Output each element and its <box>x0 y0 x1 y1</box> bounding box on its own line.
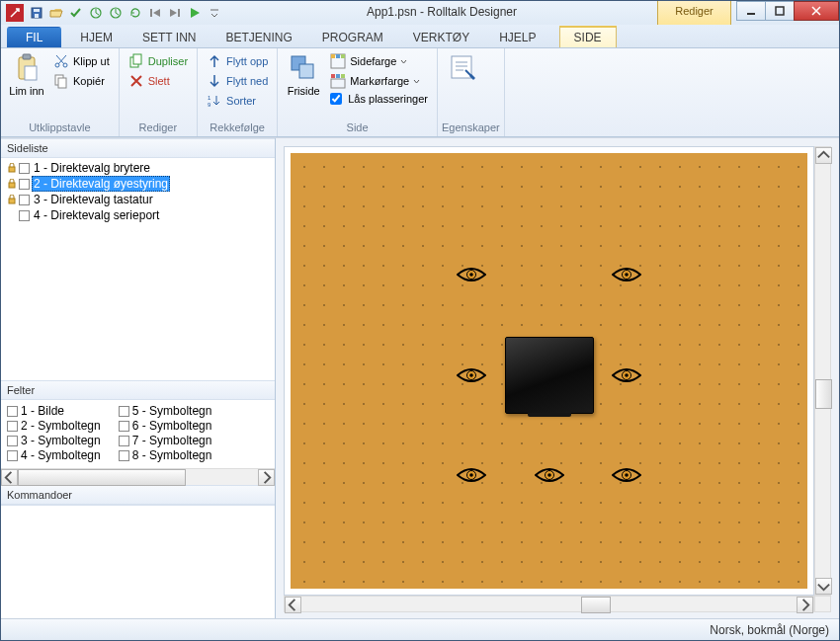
field-icon <box>119 421 129 432</box>
qat-open-icon[interactable] <box>46 3 66 23</box>
flytt-opp-button[interactable]: Flytt opp <box>204 52 271 70</box>
felter-item[interactable]: 3 - Symboltegn <box>7 434 101 447</box>
field-icon <box>119 450 129 461</box>
kopier-button[interactable]: Kopiér <box>50 72 113 90</box>
tab-betjening[interactable]: BETJENING <box>210 27 306 47</box>
lim-inn-button[interactable]: Lim inn <box>5 50 48 99</box>
qat-clock1-icon[interactable] <box>86 3 106 23</box>
svg-rect-7 <box>747 13 755 15</box>
monitor-image[interactable] <box>505 337 594 414</box>
las-plasseringer-checkbox[interactable]: Lås plasseringer <box>327 92 431 106</box>
scroll-right-button[interactable] <box>258 469 275 486</box>
friside-button[interactable]: Friside <box>282 50 325 99</box>
contextual-tab-header: Rediger <box>657 1 731 25</box>
group-label-rekkefolge: Rekkefølge <box>202 120 273 136</box>
qat-refresh-icon[interactable] <box>126 3 145 23</box>
eye-icon[interactable] <box>612 366 641 384</box>
svg-point-45 <box>547 474 551 478</box>
tree-row[interactable]: 3 - Direktevalg tastatur <box>1 192 275 207</box>
field-icon <box>7 450 18 461</box>
qat-save-icon[interactable] <box>27 3 46 23</box>
slett-button[interactable]: Slett <box>126 72 191 90</box>
qat-dropdown-icon[interactable] <box>205 3 224 23</box>
egenskaper-button[interactable] <box>442 50 485 99</box>
field-icon <box>7 421 18 432</box>
canvas-hscrollbar[interactable] <box>284 596 814 612</box>
scroll-left-button[interactable] <box>1 469 18 486</box>
dupliser-button[interactable]: Dupliser <box>126 52 191 70</box>
page-icon <box>19 179 30 190</box>
tab-hjelp[interactable]: HJELP <box>484 27 550 47</box>
group-utklippstavle: Lim inn Klipp ut Kopiér Utklippstavle <box>1 48 120 136</box>
felter-item[interactable]: 8 - Symboltegn <box>119 448 212 462</box>
scroll-right-button[interactable] <box>797 597 813 613</box>
sideliste-tree[interactable]: 1 - Direktevalg brytere 2 - Direktevalg … <box>1 158 275 380</box>
svg-rect-2 <box>35 14 39 18</box>
workspace: Sideliste 1 - Direktevalg brytere 2 - Di… <box>1 137 839 618</box>
sidefarge-button[interactable]: Sidefarge <box>327 52 431 70</box>
tab-fil[interactable]: FIL <box>7 27 61 47</box>
scissors-icon <box>53 53 69 69</box>
tab-sett-inn[interactable]: SETT INN <box>127 27 210 47</box>
design-canvas[interactable] <box>291 153 807 589</box>
felter-item[interactable]: 2 - Symboltegn <box>7 419 101 433</box>
group-rekkefolge: Flytt opp Flytt ned 19Sorter Rekkefølge <box>198 48 278 136</box>
qat-stepfwd-icon[interactable] <box>165 3 185 23</box>
minimize-button[interactable] <box>736 1 766 21</box>
flytt-ned-button[interactable]: Flytt ned <box>204 72 271 90</box>
svg-rect-25 <box>341 54 345 58</box>
close-button[interactable] <box>794 1 839 21</box>
eye-icon[interactable] <box>457 466 486 484</box>
canvas-viewport[interactable] <box>284 146 814 596</box>
group-label-utklippstavle: Utklippstavle <box>5 120 115 136</box>
eye-icon[interactable] <box>612 466 641 484</box>
maximize-button[interactable] <box>765 1 795 21</box>
sorter-button[interactable]: 19Sorter <box>204 92 271 110</box>
kommandoer-body[interactable] <box>1 505 275 618</box>
canvas-vscrollbar[interactable] <box>814 146 831 596</box>
scroll-thumb[interactable] <box>581 597 611 613</box>
tab-side[interactable]: SIDE <box>559 26 617 47</box>
qat-check-icon[interactable] <box>66 3 86 23</box>
scroll-thumb[interactable] <box>815 379 832 409</box>
svg-rect-17 <box>133 54 141 64</box>
tab-verktoy[interactable]: VERKTØY <box>398 27 484 47</box>
eye-icon[interactable] <box>612 266 641 283</box>
eye-icon[interactable] <box>535 466 564 484</box>
field-icon <box>7 436 18 446</box>
felter-hscrollbar[interactable] <box>1 468 275 485</box>
scroll-thumb[interactable] <box>18 469 186 486</box>
svg-rect-21 <box>299 64 313 78</box>
arrow-down-icon <box>207 73 222 89</box>
klipp-ut-button[interactable]: Klipp ut <box>50 52 113 70</box>
eye-icon[interactable] <box>457 366 486 384</box>
scroll-left-button[interactable] <box>285 597 301 613</box>
group-label-egenskaper: Egenskaper <box>442 120 500 136</box>
scroll-down-button[interactable] <box>815 578 832 595</box>
scroll-up-button[interactable] <box>815 147 832 164</box>
felter-item[interactable]: 5 - Symboltegn <box>119 404 212 418</box>
eye-icon[interactable] <box>457 266 486 283</box>
tree-label: 4 - Direktevalg serieport <box>32 208 161 222</box>
felter-item[interactable]: 1 - Bilde <box>7 404 101 418</box>
group-label-side: Side <box>282 120 433 136</box>
app-icon[interactable] <box>6 4 24 22</box>
las-checkbox-input[interactable] <box>330 93 342 105</box>
tree-row[interactable]: 1 - Direktevalg brytere <box>1 160 275 176</box>
title-bar: App1.psn - Rolltalk Designer Rediger <box>1 1 839 25</box>
qat-play-icon[interactable] <box>185 3 205 23</box>
tree-row[interactable]: 2 - Direktevalg øyestyring <box>1 176 275 192</box>
sideliste-header: Sideliste <box>1 138 275 158</box>
qat-stepback-icon[interactable] <box>145 3 165 23</box>
markorfarge-button[interactable]: Markørfarge <box>327 72 431 90</box>
tab-program[interactable]: PROGRAM <box>307 27 398 47</box>
tab-hjem[interactable]: HJEM <box>65 27 127 47</box>
group-label-rediger: Rediger <box>124 120 193 136</box>
chevron-down-icon <box>400 58 407 65</box>
felter-item[interactable]: 6 - Symboltegn <box>119 419 212 433</box>
felter-item[interactable]: 7 - Symboltegn <box>119 434 212 447</box>
window-controls <box>737 1 839 25</box>
felter-item[interactable]: 4 - Symboltegn <box>7 448 101 462</box>
tree-row[interactable]: 4 - Direktevalg serieport <box>1 207 275 223</box>
qat-clock2-icon[interactable] <box>106 3 126 23</box>
